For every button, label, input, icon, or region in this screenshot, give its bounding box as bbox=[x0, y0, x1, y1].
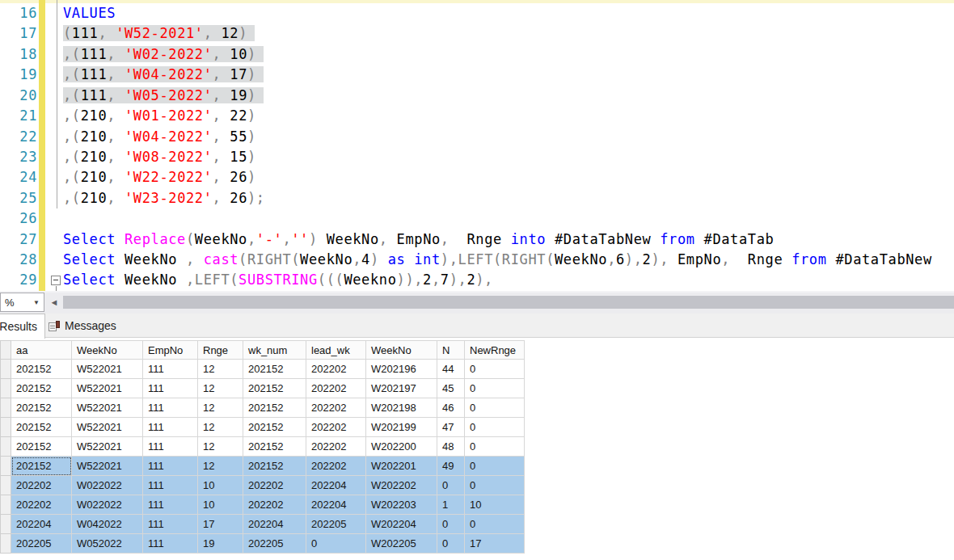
grid-cell[interactable]: 202204 bbox=[306, 476, 366, 495]
grid-cell[interactable]: 202202 bbox=[306, 398, 366, 418]
tab-messages[interactable]: Messages bbox=[49, 314, 137, 338]
grid-cell[interactable]: 45 bbox=[437, 379, 465, 398]
column-header[interactable]: Rnge bbox=[198, 341, 243, 360]
editor-zoom-select[interactable]: % ▼ bbox=[0, 293, 44, 312]
grid-cell[interactable]: W202203 bbox=[366, 495, 437, 515]
row-header[interactable] bbox=[1, 418, 11, 437]
grid-cell[interactable]: 111 bbox=[143, 476, 198, 495]
grid-cell[interactable]: 111 bbox=[143, 360, 198, 379]
horizontal-scrollbar-thumb[interactable] bbox=[63, 296, 954, 309]
line-number[interactable]: 29 bbox=[0, 270, 37, 290]
grid-cell[interactable]: 12 bbox=[198, 360, 243, 379]
scroll-left-button[interactable]: ◄ bbox=[47, 291, 61, 314]
grid-cell[interactable]: W042022 bbox=[72, 515, 143, 534]
grid-cell[interactable]: 0 bbox=[465, 515, 525, 534]
column-header[interactable]: aa bbox=[11, 341, 72, 360]
grid-cell[interactable]: 111 bbox=[143, 437, 198, 457]
grid-cell[interactable]: 17 bbox=[198, 515, 243, 534]
grid-cell[interactable]: 0 bbox=[437, 534, 465, 554]
grid-cell[interactable]: 0 bbox=[465, 437, 525, 457]
line-number[interactable]: 24 bbox=[0, 167, 37, 187]
line-number[interactable]: 23 bbox=[0, 147, 37, 167]
grid-cell[interactable]: W202200 bbox=[366, 437, 437, 457]
code-line[interactable]: 24,(210, 'W22-2022', 26) bbox=[0, 167, 954, 187]
row-header[interactable] bbox=[1, 476, 11, 495]
code-line[interactable]: 23,(210, 'W08-2022', 15) bbox=[0, 147, 954, 167]
grid-cell[interactable]: 202152 bbox=[11, 398, 72, 418]
grid-cell[interactable]: W522021 bbox=[72, 418, 143, 437]
grid-cell[interactable]: W202201 bbox=[366, 457, 437, 476]
row-header[interactable] bbox=[1, 515, 11, 534]
column-header[interactable]: WeekNo bbox=[366, 341, 437, 360]
grid-cell[interactable]: 202152 bbox=[243, 360, 306, 379]
grid-cell[interactable]: 49 bbox=[437, 457, 465, 476]
grid-cell[interactable]: 202202 bbox=[11, 495, 72, 515]
line-number[interactable]: 18 bbox=[0, 44, 37, 65]
line-number[interactable]: 16 bbox=[0, 3, 37, 23]
grid-cell[interactable]: 10 bbox=[198, 495, 243, 515]
grid-cell[interactable]: 202202 bbox=[306, 437, 366, 457]
row-header[interactable] bbox=[1, 534, 11, 554]
line-number[interactable]: 17 bbox=[0, 23, 37, 44]
grid-corner-cell[interactable] bbox=[1, 341, 11, 360]
sql-editor[interactable]: 16VALUES17(111, 'W52-2021', 12)18,(111, … bbox=[0, 0, 954, 291]
grid-cell[interactable]: 202202 bbox=[306, 360, 366, 379]
line-number[interactable]: 19 bbox=[0, 65, 37, 85]
grid-cell[interactable]: W522021 bbox=[72, 437, 143, 457]
grid-cell[interactable]: 111 bbox=[143, 418, 198, 437]
grid-cell[interactable]: 111 bbox=[143, 495, 198, 515]
grid-cell[interactable]: 202152 bbox=[11, 457, 72, 476]
code-line[interactable]: 20,(111, 'W05-2022', 19) bbox=[0, 86, 954, 106]
grid-cell[interactable]: 202204 bbox=[11, 515, 72, 534]
grid-cell[interactable]: 202152 bbox=[243, 379, 306, 398]
grid-cell[interactable]: W202198 bbox=[366, 398, 437, 418]
grid-cell[interactable]: 111 bbox=[143, 379, 198, 398]
grid-cell[interactable]: 202204 bbox=[306, 495, 366, 515]
code-line[interactable]: 18,(111, 'W02-2022', 10) bbox=[0, 44, 954, 65]
grid-cell[interactable]: 0 bbox=[437, 476, 465, 495]
grid-cell[interactable]: 202202 bbox=[306, 379, 366, 398]
chevron-down-icon[interactable]: ▼ bbox=[33, 299, 40, 306]
grid-cell[interactable]: W522021 bbox=[72, 457, 143, 476]
column-header[interactable]: wk_num bbox=[243, 341, 306, 360]
grid-cell[interactable]: W202202 bbox=[366, 476, 437, 495]
code-line[interactable]: 28Select WeekNo , cast(RIGHT(WeekNo,4) a… bbox=[0, 250, 954, 270]
grid-cell[interactable]: 0 bbox=[465, 457, 525, 476]
grid-cell[interactable]: 202205 bbox=[11, 534, 72, 554]
column-header[interactable]: WeekNo bbox=[72, 341, 143, 360]
grid-cell[interactable]: 202205 bbox=[306, 515, 366, 534]
grid-cell[interactable]: 202152 bbox=[11, 437, 72, 457]
grid-cell[interactable]: 44 bbox=[437, 360, 465, 379]
grid-cell[interactable]: 12 bbox=[198, 398, 243, 418]
grid-cell[interactable]: W522021 bbox=[72, 360, 143, 379]
grid-cell[interactable]: W202196 bbox=[366, 360, 437, 379]
grid-cell[interactable]: 202152 bbox=[243, 418, 306, 437]
grid-cell[interactable]: 202205 bbox=[243, 534, 306, 554]
grid-cell[interactable]: 111 bbox=[143, 515, 198, 534]
code-line[interactable]: 25,(210, 'W23-2022', 26); bbox=[0, 188, 954, 208]
row-header[interactable] bbox=[1, 398, 11, 418]
line-number[interactable]: 25 bbox=[0, 188, 37, 208]
grid-cell[interactable]: 12 bbox=[198, 379, 243, 398]
grid-cell[interactable]: 202202 bbox=[306, 418, 366, 437]
grid-cell[interactable]: 10 bbox=[198, 476, 243, 495]
grid-cell[interactable]: W022022 bbox=[72, 476, 143, 495]
grid-cell[interactable]: W202199 bbox=[366, 418, 437, 437]
grid-cell[interactable]: 202152 bbox=[243, 398, 306, 418]
grid-cell[interactable]: W202205 bbox=[366, 534, 437, 554]
grid-cell[interactable]: 202202 bbox=[306, 457, 366, 476]
grid-cell[interactable]: 48 bbox=[437, 437, 465, 457]
code-line[interactable]: 16VALUES bbox=[0, 3, 954, 23]
grid-cell[interactable]: 202202 bbox=[11, 476, 72, 495]
grid-cell[interactable]: 202152 bbox=[11, 379, 72, 398]
row-header[interactable] bbox=[1, 379, 11, 398]
column-header[interactable]: EmpNo bbox=[143, 341, 198, 360]
grid-cell[interactable]: 202152 bbox=[11, 418, 72, 437]
grid-cell[interactable]: 46 bbox=[437, 398, 465, 418]
code-line[interactable]: 27Select Replace(WeekNo,'-','') WeekNo, … bbox=[0, 229, 954, 250]
code-line[interactable]: 29Select WeekNo ,LEFT(SUBSTRING(((Weekno… bbox=[0, 270, 954, 290]
code-line[interactable]: 22,(210, 'W04-2022', 55) bbox=[0, 127, 954, 147]
grid-cell[interactable]: 0 bbox=[465, 418, 525, 437]
grid-cell[interactable]: W202204 bbox=[366, 515, 437, 534]
grid-cell[interactable]: 0 bbox=[465, 398, 525, 418]
